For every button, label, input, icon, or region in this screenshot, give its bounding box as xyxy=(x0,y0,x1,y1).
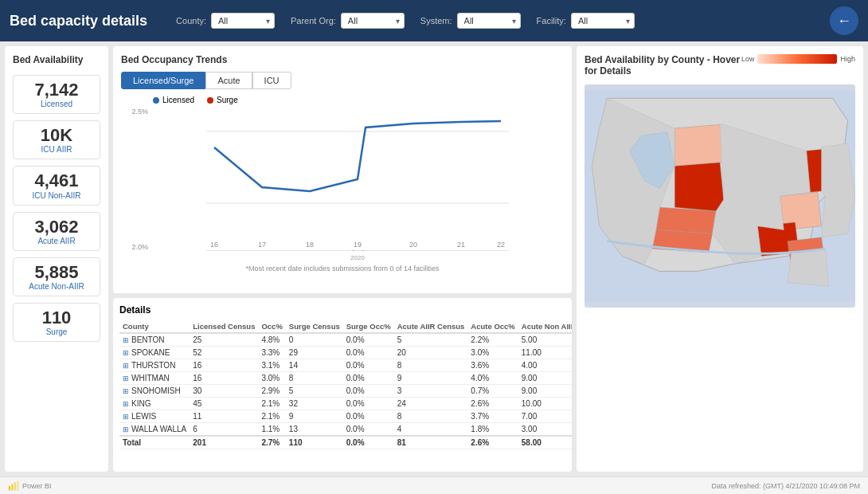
col-sc: Surge Census xyxy=(286,320,343,333)
cell-anc: 3.00 xyxy=(518,423,572,437)
powerbi-label: Power BI xyxy=(22,482,52,490)
cell-county: ⊞SPOKANE xyxy=(119,347,190,359)
cell-county: ⊞WHITMAN xyxy=(119,372,190,385)
col-county: County xyxy=(119,320,190,333)
county-select[interactable]: All xyxy=(211,13,275,29)
county-filter-group: County: All xyxy=(176,13,275,29)
system-label: System: xyxy=(420,16,452,25)
cell-lc: 16 xyxy=(190,359,258,372)
cell-so: 0.0% xyxy=(343,423,394,437)
cell-so: 0.0% xyxy=(343,333,394,347)
facility-label: Facility: xyxy=(537,16,566,25)
icu-non-aiir-value: 4,461 xyxy=(17,171,96,190)
svg-text:19: 19 xyxy=(354,241,362,249)
cell-ao: 2.6% xyxy=(467,398,518,410)
cell-lc: 6 xyxy=(190,423,258,437)
tab-acute[interactable]: Acute xyxy=(205,72,252,89)
facility-select-wrapper: All xyxy=(571,13,635,29)
cell-lc: 30 xyxy=(190,385,258,398)
table-row: ⊞LEWIS 11 2.1% 9 0.0% 8 3.7% 7.00 1.7% 1… xyxy=(119,410,572,423)
cell-anc: 9.00 xyxy=(518,372,572,385)
county-select-wrapper: All xyxy=(211,13,275,29)
system-select-wrapper: All xyxy=(457,13,521,29)
svg-marker-14 xyxy=(674,163,723,211)
cell-lo: 3.0% xyxy=(258,372,285,385)
acute-aiir-label: Acute AIIR xyxy=(17,237,96,245)
table-row: ⊞THURSTON 16 3.1% 14 0.0% 8 3.6% 4.00 0.… xyxy=(119,359,572,372)
facility-select[interactable]: All xyxy=(571,13,635,29)
col-lc: Licensed Census xyxy=(190,320,258,333)
map-legend-bar xyxy=(757,54,837,64)
parent-org-select[interactable]: All xyxy=(341,13,405,29)
svg-text:20: 20 xyxy=(409,241,417,249)
map-panel: Bed Availability by County - Hover for D… xyxy=(577,46,863,472)
col-lo: Occ% xyxy=(258,320,285,333)
cell-so: 0.0% xyxy=(343,359,394,372)
details-panel: Details County Licensed Census Occ% Surg… xyxy=(113,298,572,472)
legend-surge-label: Surge xyxy=(217,96,238,104)
surge-dot xyxy=(207,97,213,104)
col-ao: Acute Occ% xyxy=(467,320,518,333)
map-title: Bed Availability by County - Hover for D… xyxy=(585,54,741,76)
cell-ao: 2.2% xyxy=(467,333,518,347)
icu-aiir-label: ICU AIIR xyxy=(17,145,96,154)
cell-anc: 4.00 xyxy=(518,359,572,372)
chart-panel: Bed Occupancy Trends Licensed/Surge Acut… xyxy=(113,46,572,293)
cell-so: 0.0% xyxy=(343,347,394,359)
licensed-dot xyxy=(153,97,159,104)
map-legend-high: High xyxy=(840,55,855,63)
cell-aac: 20 xyxy=(394,347,468,359)
footer: Power BI Data refreshed: (GMT) 4/21/2020… xyxy=(0,476,868,494)
chart-svg: 16 17 18 19 April 20 21 22 xyxy=(151,108,564,251)
cell-lo: 2.1% xyxy=(258,398,285,410)
table-total-row: Total 2012.7%1100.0% 812.6%58.001.0% 108… xyxy=(119,436,572,449)
table-row: ⊞WHITMAN 16 3.0% 8 0.0% 9 4.0% 9.00 2.1%… xyxy=(119,372,572,385)
map-legend-low: Low xyxy=(741,55,755,63)
svg-text:April: April xyxy=(351,249,364,251)
col-so: Surge Occ% xyxy=(343,320,394,333)
cell-anc: 9.00 xyxy=(518,385,572,398)
facility-filter-group: Facility: All xyxy=(537,13,635,29)
cell-lc: 52 xyxy=(190,347,258,359)
cell-anc: 7.00 xyxy=(518,410,572,423)
svg-text:21: 21 xyxy=(457,241,465,249)
cell-county: ⊞SNOHOMISH xyxy=(119,385,190,398)
y-axis: 2.5% 2.0% xyxy=(121,108,151,251)
tab-licensed-surge[interactable]: Licensed/Surge xyxy=(121,72,205,89)
details-title: Details xyxy=(119,304,565,316)
cell-so: 0.0% xyxy=(343,398,394,410)
cell-sc: 0 xyxy=(286,333,343,347)
cell-aac: 9 xyxy=(394,372,468,385)
svg-marker-25 xyxy=(788,249,829,286)
tab-icu[interactable]: ICU xyxy=(252,72,291,89)
chart-note: *Most recent date includes submissions f… xyxy=(121,265,564,272)
cell-county: ⊞WALLA WALLA xyxy=(119,423,190,437)
cell-lo: 2.9% xyxy=(258,385,285,398)
table-row: ⊞SNOHOMISH 30 2.9% 5 0.0% 3 0.7% 9.00 1.… xyxy=(119,385,572,398)
cell-ao: 3.0% xyxy=(467,347,518,359)
cell-lo: 2.1% xyxy=(258,410,285,423)
legend-surge: Surge xyxy=(207,96,238,104)
cell-total-label: Total xyxy=(119,436,190,449)
acute-non-aiir-label: Acute Non-AIIR xyxy=(17,282,96,291)
cell-ao: 4.0% xyxy=(467,372,518,385)
cell-anc: 5.00 xyxy=(518,333,572,347)
map-container xyxy=(585,84,855,308)
system-select[interactable]: All xyxy=(457,13,521,29)
cell-ao: 3.6% xyxy=(467,359,518,372)
chart-wrapper: 2.5% 2.0% 16 17 18 xyxy=(121,108,564,261)
icu-aiir-stat: 10K ICU AIIR xyxy=(13,120,100,159)
y-label-bottom: 2.0% xyxy=(131,243,148,251)
icu-non-aiir-label: ICU Non-AIIR xyxy=(17,191,96,200)
icu-non-aiir-stat: 4,461 ICU Non-AIIR xyxy=(13,166,100,205)
back-button[interactable]: ← xyxy=(830,6,858,35)
cell-county: ⊞THURSTON xyxy=(119,359,190,372)
middle-panel: Bed Occupancy Trends Licensed/Surge Acut… xyxy=(113,46,572,472)
cell-lc: 16 xyxy=(190,372,258,385)
cell-ao: 0.7% xyxy=(467,385,518,398)
chart-title: Bed Occupancy Trends xyxy=(121,54,564,65)
cell-ao: 1.8% xyxy=(467,423,518,437)
powerbi-logo: Power BI xyxy=(8,480,52,492)
cell-county: ⊞KING xyxy=(119,398,190,410)
svg-rect-29 xyxy=(14,482,16,490)
